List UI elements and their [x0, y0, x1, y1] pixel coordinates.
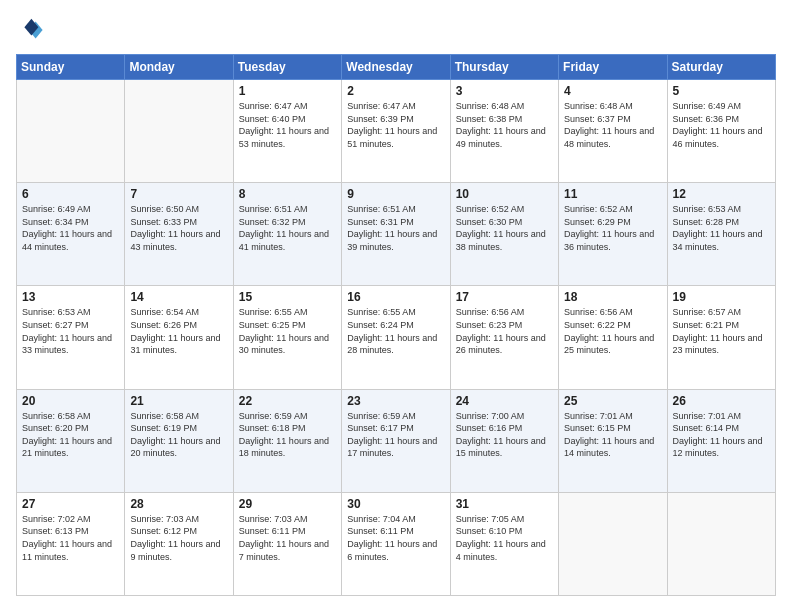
- calendar-cell: 6Sunrise: 6:49 AMSunset: 6:34 PMDaylight…: [17, 183, 125, 286]
- calendar-cell: [17, 80, 125, 183]
- calendar-week-row: 6Sunrise: 6:49 AMSunset: 6:34 PMDaylight…: [17, 183, 776, 286]
- cell-info: Sunrise: 6:55 AMSunset: 6:25 PMDaylight:…: [239, 307, 329, 355]
- calendar-cell: 10Sunrise: 6:52 AMSunset: 6:30 PMDayligh…: [450, 183, 558, 286]
- calendar-cell: 30Sunrise: 7:04 AMSunset: 6:11 PMDayligh…: [342, 492, 450, 595]
- cell-info: Sunrise: 6:47 AMSunset: 6:39 PMDaylight:…: [347, 101, 437, 149]
- weekday-header: Thursday: [450, 55, 558, 80]
- weekday-row: SundayMondayTuesdayWednesdayThursdayFrid…: [17, 55, 776, 80]
- day-number: 1: [239, 84, 336, 98]
- day-number: 30: [347, 497, 444, 511]
- weekday-header: Saturday: [667, 55, 775, 80]
- day-number: 7: [130, 187, 227, 201]
- day-number: 19: [673, 290, 770, 304]
- cell-info: Sunrise: 6:49 AMSunset: 6:36 PMDaylight:…: [673, 101, 763, 149]
- cell-info: Sunrise: 7:02 AMSunset: 6:13 PMDaylight:…: [22, 514, 112, 562]
- day-number: 17: [456, 290, 553, 304]
- weekday-header: Friday: [559, 55, 667, 80]
- day-number: 20: [22, 394, 119, 408]
- header: [16, 16, 776, 44]
- weekday-header: Wednesday: [342, 55, 450, 80]
- calendar-week-row: 13Sunrise: 6:53 AMSunset: 6:27 PMDayligh…: [17, 286, 776, 389]
- calendar-cell: 7Sunrise: 6:50 AMSunset: 6:33 PMDaylight…: [125, 183, 233, 286]
- cell-info: Sunrise: 6:48 AMSunset: 6:37 PMDaylight:…: [564, 101, 654, 149]
- day-number: 3: [456, 84, 553, 98]
- cell-info: Sunrise: 7:03 AMSunset: 6:12 PMDaylight:…: [130, 514, 220, 562]
- calendar-cell: 16Sunrise: 6:55 AMSunset: 6:24 PMDayligh…: [342, 286, 450, 389]
- logo-icon: [16, 16, 44, 44]
- day-number: 4: [564, 84, 661, 98]
- day-number: 16: [347, 290, 444, 304]
- calendar-cell: 20Sunrise: 6:58 AMSunset: 6:20 PMDayligh…: [17, 389, 125, 492]
- calendar-cell: 26Sunrise: 7:01 AMSunset: 6:14 PMDayligh…: [667, 389, 775, 492]
- cell-info: Sunrise: 6:55 AMSunset: 6:24 PMDaylight:…: [347, 307, 437, 355]
- calendar-cell: 12Sunrise: 6:53 AMSunset: 6:28 PMDayligh…: [667, 183, 775, 286]
- day-number: 27: [22, 497, 119, 511]
- cell-info: Sunrise: 7:04 AMSunset: 6:11 PMDaylight:…: [347, 514, 437, 562]
- cell-info: Sunrise: 6:53 AMSunset: 6:27 PMDaylight:…: [22, 307, 112, 355]
- calendar-cell: 29Sunrise: 7:03 AMSunset: 6:11 PMDayligh…: [233, 492, 341, 595]
- day-number: 2: [347, 84, 444, 98]
- calendar-cell: 23Sunrise: 6:59 AMSunset: 6:17 PMDayligh…: [342, 389, 450, 492]
- day-number: 6: [22, 187, 119, 201]
- cell-info: Sunrise: 6:56 AMSunset: 6:23 PMDaylight:…: [456, 307, 546, 355]
- day-number: 21: [130, 394, 227, 408]
- weekday-header: Tuesday: [233, 55, 341, 80]
- day-number: 24: [456, 394, 553, 408]
- calendar-cell: 1Sunrise: 6:47 AMSunset: 6:40 PMDaylight…: [233, 80, 341, 183]
- calendar-cell: 28Sunrise: 7:03 AMSunset: 6:12 PMDayligh…: [125, 492, 233, 595]
- calendar-week-row: 20Sunrise: 6:58 AMSunset: 6:20 PMDayligh…: [17, 389, 776, 492]
- day-number: 29: [239, 497, 336, 511]
- weekday-header: Sunday: [17, 55, 125, 80]
- calendar-cell: 11Sunrise: 6:52 AMSunset: 6:29 PMDayligh…: [559, 183, 667, 286]
- cell-info: Sunrise: 6:58 AMSunset: 6:20 PMDaylight:…: [22, 411, 112, 459]
- calendar-cell: 31Sunrise: 7:05 AMSunset: 6:10 PMDayligh…: [450, 492, 558, 595]
- day-number: 31: [456, 497, 553, 511]
- cell-info: Sunrise: 6:48 AMSunset: 6:38 PMDaylight:…: [456, 101, 546, 149]
- day-number: 10: [456, 187, 553, 201]
- calendar-cell: 19Sunrise: 6:57 AMSunset: 6:21 PMDayligh…: [667, 286, 775, 389]
- day-number: 15: [239, 290, 336, 304]
- day-number: 11: [564, 187, 661, 201]
- calendar-cell: 5Sunrise: 6:49 AMSunset: 6:36 PMDaylight…: [667, 80, 775, 183]
- cell-info: Sunrise: 6:53 AMSunset: 6:28 PMDaylight:…: [673, 204, 763, 252]
- calendar-cell: 24Sunrise: 7:00 AMSunset: 6:16 PMDayligh…: [450, 389, 558, 492]
- calendar-cell: 13Sunrise: 6:53 AMSunset: 6:27 PMDayligh…: [17, 286, 125, 389]
- calendar-cell: [667, 492, 775, 595]
- calendar-body: 1Sunrise: 6:47 AMSunset: 6:40 PMDaylight…: [17, 80, 776, 596]
- cell-info: Sunrise: 7:01 AMSunset: 6:15 PMDaylight:…: [564, 411, 654, 459]
- calendar-cell: 4Sunrise: 6:48 AMSunset: 6:37 PMDaylight…: [559, 80, 667, 183]
- cell-info: Sunrise: 6:52 AMSunset: 6:30 PMDaylight:…: [456, 204, 546, 252]
- cell-info: Sunrise: 6:59 AMSunset: 6:18 PMDaylight:…: [239, 411, 329, 459]
- day-number: 22: [239, 394, 336, 408]
- calendar-cell: 25Sunrise: 7:01 AMSunset: 6:15 PMDayligh…: [559, 389, 667, 492]
- weekday-header: Monday: [125, 55, 233, 80]
- calendar-cell: 18Sunrise: 6:56 AMSunset: 6:22 PMDayligh…: [559, 286, 667, 389]
- day-number: 9: [347, 187, 444, 201]
- cell-info: Sunrise: 6:51 AMSunset: 6:31 PMDaylight:…: [347, 204, 437, 252]
- cell-info: Sunrise: 6:51 AMSunset: 6:32 PMDaylight:…: [239, 204, 329, 252]
- day-number: 14: [130, 290, 227, 304]
- calendar-cell: [559, 492, 667, 595]
- cell-info: Sunrise: 6:56 AMSunset: 6:22 PMDaylight:…: [564, 307, 654, 355]
- day-number: 26: [673, 394, 770, 408]
- calendar-table: SundayMondayTuesdayWednesdayThursdayFrid…: [16, 54, 776, 596]
- cell-info: Sunrise: 6:54 AMSunset: 6:26 PMDaylight:…: [130, 307, 220, 355]
- day-number: 12: [673, 187, 770, 201]
- day-number: 18: [564, 290, 661, 304]
- calendar-cell: [125, 80, 233, 183]
- page: SundayMondayTuesdayWednesdayThursdayFrid…: [0, 0, 792, 612]
- day-number: 13: [22, 290, 119, 304]
- cell-info: Sunrise: 7:00 AMSunset: 6:16 PMDaylight:…: [456, 411, 546, 459]
- cell-info: Sunrise: 6:49 AMSunset: 6:34 PMDaylight:…: [22, 204, 112, 252]
- calendar-cell: 3Sunrise: 6:48 AMSunset: 6:38 PMDaylight…: [450, 80, 558, 183]
- calendar-cell: 22Sunrise: 6:59 AMSunset: 6:18 PMDayligh…: [233, 389, 341, 492]
- calendar-cell: 8Sunrise: 6:51 AMSunset: 6:32 PMDaylight…: [233, 183, 341, 286]
- cell-info: Sunrise: 7:03 AMSunset: 6:11 PMDaylight:…: [239, 514, 329, 562]
- cell-info: Sunrise: 6:58 AMSunset: 6:19 PMDaylight:…: [130, 411, 220, 459]
- day-number: 25: [564, 394, 661, 408]
- cell-info: Sunrise: 6:47 AMSunset: 6:40 PMDaylight:…: [239, 101, 329, 149]
- calendar-cell: 9Sunrise: 6:51 AMSunset: 6:31 PMDaylight…: [342, 183, 450, 286]
- calendar-header: SundayMondayTuesdayWednesdayThursdayFrid…: [17, 55, 776, 80]
- calendar-cell: 21Sunrise: 6:58 AMSunset: 6:19 PMDayligh…: [125, 389, 233, 492]
- day-number: 28: [130, 497, 227, 511]
